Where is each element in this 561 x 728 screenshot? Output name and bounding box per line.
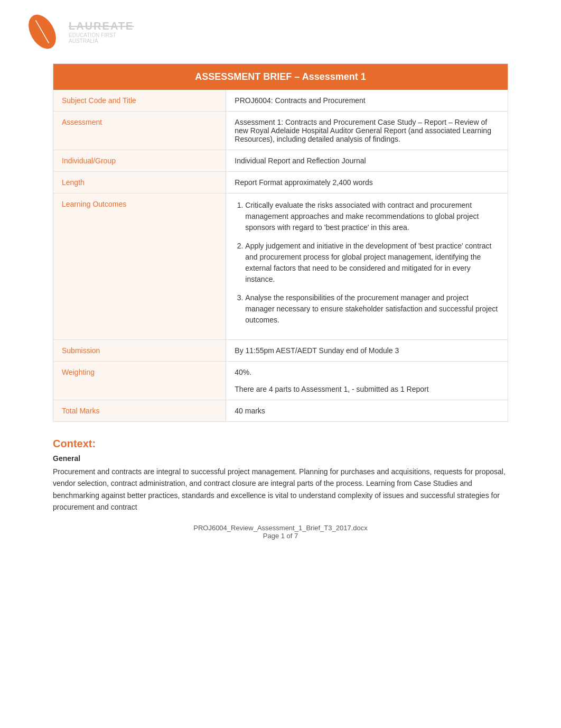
label-learning-outcomes: Learning Outcomes (53, 193, 226, 340)
brand-sub1: EDUCATION FIRST (69, 32, 134, 38)
value-submission: By 11:55pm AEST/AEDT Sunday end of Modul… (226, 340, 508, 362)
label-total-marks: Total Marks (53, 400, 226, 422)
table-header: ASSESSMENT BRIEF – Assessment 1 (53, 64, 508, 90)
logo-area: LAUREATE EDUCATION FIRST AUSTRALIA (21, 11, 540, 53)
learning-outcome-3: Analyse the responsibilities of the proc… (245, 292, 499, 326)
table-row: Submission By 11:55pm AEST/AEDT Sunday e… (53, 340, 508, 362)
page: LAUREATE EDUCATION FIRST AUSTRALIA ASSES… (0, 0, 561, 728)
table-body: Subject Code and Title PROJ6004: Contrac… (53, 90, 508, 421)
context-section: Context: General Procurement and contrac… (53, 438, 508, 513)
table-row: Length Report Format approximately 2,400… (53, 172, 508, 193)
value-learning-outcomes: Critically evaluate the risks associated… (226, 193, 508, 340)
learning-outcome-1: Critically evaluate the risks associated… (245, 200, 499, 233)
label-submission: Submission (53, 340, 226, 362)
value-length: Report Format approximately 2,400 words (226, 172, 508, 193)
weighting-note: There are 4 parts to Assessment 1, - sub… (235, 385, 428, 393)
footer-page: Page 1 of 7 (21, 532, 540, 540)
logo-leaf-icon (21, 11, 63, 53)
context-general-label: General (53, 454, 508, 463)
brand-name: LAUREATE (69, 20, 134, 32)
brand-sub2: AUSTRALIA (69, 38, 134, 44)
learning-outcome-2: Apply judgement and initiative in the de… (245, 241, 499, 285)
value-total-marks: 40 marks (226, 400, 508, 422)
weighting-percent: 40%. (235, 368, 251, 376)
label-assessment: Assessment (53, 112, 226, 150)
label-weighting: Weighting (53, 362, 226, 400)
value-subject-code: PROJ6004: Contracts and Procurement (226, 90, 508, 112)
context-title: Context: (53, 438, 508, 450)
value-weighting: 40%. There are 4 parts to Assessment 1, … (226, 362, 508, 400)
table-row: Learning Outcomes Critically evaluate th… (53, 193, 508, 340)
label-individual-group: Individual/Group (53, 150, 226, 172)
table-row: Subject Code and Title PROJ6004: Contrac… (53, 90, 508, 112)
table-row: Weighting 40%. There are 4 parts to Asse… (53, 362, 508, 400)
table-row: Total Marks 40 marks (53, 400, 508, 422)
page-footer: PROJ6004_Review_Assessment_1_Brief_T3_20… (21, 524, 540, 540)
value-individual-group: Individual Report and Reflection Journal (226, 150, 508, 172)
footer-filename: PROJ6004_Review_Assessment_1_Brief_T3_20… (21, 524, 540, 532)
label-subject-code: Subject Code and Title (53, 90, 226, 112)
table-row: Individual/Group Individual Report and R… (53, 150, 508, 172)
context-body: Procurement and contracts are integral t… (53, 466, 508, 513)
label-length: Length (53, 172, 226, 193)
table-row: Assessment Assessment 1: Contracts and P… (53, 112, 508, 150)
assessment-table: ASSESSMENT BRIEF – Assessment 1 Subject … (53, 63, 508, 422)
value-assessment: Assessment 1: Contracts and Procurement … (226, 112, 508, 150)
logo-text: LAUREATE EDUCATION FIRST AUSTRALIA (69, 20, 134, 44)
